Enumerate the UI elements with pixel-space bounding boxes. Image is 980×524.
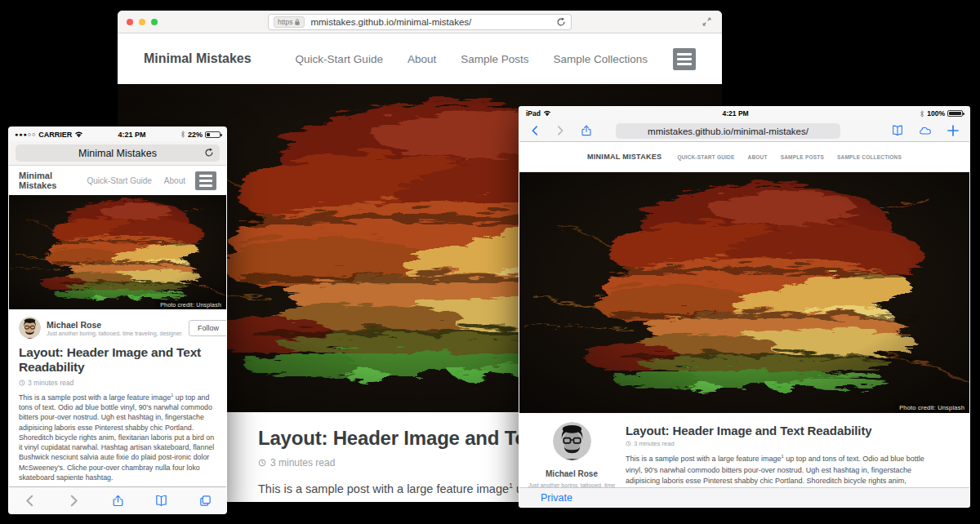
forward-icon[interactable]: [555, 125, 566, 136]
post-body: This is a sample post with a large featu…: [19, 393, 216, 483]
desktop-address-bar[interactable]: https mmistakes.github.io/minimal-mistak…: [268, 14, 572, 30]
https-badge: https: [274, 16, 305, 28]
reload-icon[interactable]: [204, 148, 214, 158]
desktop-site-nav: Minimal Mistakes Quick-Start Guide About…: [118, 33, 722, 84]
iphone-status-bar: ●●●○○ CARRIER 4:21 PM 22%: [9, 127, 226, 141]
hamburger-menu-icon[interactable]: [195, 171, 216, 190]
battery-percent: 22%: [188, 131, 203, 139]
reload-icon[interactable]: [556, 17, 566, 27]
minimize-window-icon[interactable]: [139, 19, 145, 25]
author-sidebar: Michael Rose Just another boring, tattoo…: [519, 413, 624, 489]
post-main: Layout: Header Image and Text Readabilit…: [624, 413, 969, 489]
nav-item-quick-start-guide[interactable]: QUICK-START GUIDE: [677, 154, 734, 160]
post-header-image: Photo credit: Unsplash: [519, 172, 969, 413]
nav-item-sample-collections[interactable]: SAMPLE COLLECTIONS: [837, 154, 902, 160]
ipad-safari-window: iPad 4:21 PM 100% mmistakes.github.io/mi…: [519, 106, 970, 508]
site-brand[interactable]: Minimal Mistakes: [144, 51, 252, 66]
back-icon[interactable]: [529, 125, 541, 136]
nav-item-sample-posts[interactable]: SAMPLE POSTS: [781, 154, 824, 160]
fullscreen-icon[interactable]: [702, 16, 712, 27]
author-row: Michael Rose Just another boring, tattoo…: [19, 317, 216, 339]
clock-icon: [626, 441, 631, 446]
nav-item-quick-start-guide[interactable]: Quick-Start Guide: [87, 176, 151, 185]
site-brand[interactable]: MINIMAL MISTAKES: [587, 153, 662, 161]
page-title: Minimal Mistakes: [78, 148, 157, 159]
close-window-icon[interactable]: [127, 19, 133, 25]
nav-item-sample-posts[interactable]: Sample Posts: [461, 53, 528, 65]
author-avatar: [19, 317, 41, 339]
ipad-browser-toolbar: mmistakes.github.io/minimal-mistakes/: [519, 120, 969, 142]
leaves-photo: [519, 172, 969, 413]
bookmarks-icon[interactable]: [891, 124, 904, 137]
wifi-icon: [543, 110, 551, 117]
private-browsing-bar: Private: [519, 487, 969, 507]
ipad-post-content: Michael Rose Just another boring, tattoo…: [519, 413, 969, 489]
iphone-bottom-toolbar: [9, 486, 226, 513]
clock-icon: [258, 459, 266, 467]
zoom-window-icon[interactable]: [151, 19, 158, 25]
ipad-nav-links: QUICK-START GUIDE ABOUT SAMPLE POSTS SAM…: [677, 154, 902, 160]
bluetooth-icon: [920, 110, 924, 118]
iphone-urlbar: Minimal Mistakes: [9, 141, 226, 165]
iphone-post-content: Michael Rose Just another boring, tattoo…: [9, 309, 226, 488]
nav-item-quick-start-guide[interactable]: Quick-Start Guide: [296, 53, 383, 65]
iphone-address-bar[interactable]: Minimal Mistakes: [16, 144, 220, 162]
status-time: 4:21 PM: [551, 109, 920, 118]
share-icon[interactable]: [111, 494, 125, 508]
photo-credit: Photo credit: Unsplash: [155, 300, 226, 309]
icloud-tabs-icon[interactable]: [919, 124, 932, 137]
back-icon[interactable]: [23, 494, 37, 508]
site-brand[interactable]: Minimal Mistakes: [19, 171, 87, 190]
battery-icon: [947, 110, 963, 117]
share-icon[interactable]: [580, 124, 593, 137]
follow-button[interactable]: Follow: [189, 320, 226, 336]
author-avatar: [553, 422, 591, 460]
bookmarks-icon[interactable]: [154, 494, 168, 508]
post-title: Layout: Header Image and Text Readabilit…: [19, 345, 216, 375]
post-header-image: Photo credit: Unsplash: [9, 195, 226, 309]
read-time: 3 minutes read: [19, 379, 216, 387]
hamburger-menu-icon[interactable]: [673, 48, 696, 70]
forward-icon[interactable]: [67, 494, 81, 508]
iphone-safari-window: ●●●○○ CARRIER 4:21 PM 22% Minimal Mistak…: [8, 127, 227, 514]
clock-icon: [19, 380, 25, 386]
iphone-site-nav: Minimal Mistakes Quick-Start Guide About: [9, 165, 226, 195]
showcase-canvas: https mmistakes.github.io/minimal-mistak…: [0, 0, 980, 524]
wifi-icon: [74, 131, 83, 138]
nav-item-about[interactable]: ABOUT: [748, 154, 768, 160]
post-title: Layout: Header Image and Text Readabilit…: [626, 424, 927, 437]
https-label: https: [278, 18, 292, 26]
url-text: mmistakes.github.io/minimal-mistakes/: [310, 17, 550, 27]
status-time: 4:21 PM: [83, 131, 180, 139]
photo-credit: Photo credit: Unsplash: [894, 402, 969, 413]
device-label: iPad: [526, 109, 541, 118]
new-tab-icon[interactable]: [947, 124, 960, 137]
author-name: Michael Rose: [519, 469, 624, 478]
desktop-nav-links: Quick-Start Guide About Sample Posts Sam…: [296, 53, 673, 65]
bluetooth-icon: [180, 131, 185, 138]
leaves-photo: [9, 195, 226, 309]
battery-icon: [205, 131, 220, 138]
ipad-toolbar-right: [891, 124, 960, 137]
desktop-titlebar: https mmistakes.github.io/minimal-mistak…: [118, 11, 722, 33]
author-name: Michael Rose: [47, 320, 183, 330]
tabs-icon[interactable]: [198, 494, 212, 508]
nav-item-about[interactable]: About: [164, 176, 185, 185]
battery-percent: 100%: [927, 109, 945, 118]
ipad-status-bar: iPad 4:21 PM 100%: [519, 107, 969, 120]
read-time: 3 minutes read: [626, 440, 927, 447]
nav-item-sample-collections[interactable]: Sample Collections: [553, 53, 648, 65]
author-meta: Michael Rose Just another boring, tattoo…: [47, 320, 183, 336]
private-button[interactable]: Private: [541, 492, 572, 504]
carrier-label: CARRIER: [38, 131, 72, 139]
ipad-site-nav: MINIMAL MISTAKES QUICK-START GUIDE ABOUT…: [519, 142, 969, 172]
iphone-nav-links: Quick-Start Guide About: [87, 176, 185, 185]
ipad-address-bar[interactable]: mmistakes.github.io/minimal-mistakes/: [616, 123, 840, 139]
lock-icon: [294, 18, 301, 26]
cellular-signal-icon: ●●●○○: [15, 131, 36, 137]
author-bio: Just another boring, tattooed, time trav…: [47, 331, 183, 336]
window-controls: [127, 19, 158, 25]
nav-item-about[interactable]: About: [408, 53, 436, 65]
post-body: This is a sample post with a large featu…: [626, 453, 927, 489]
